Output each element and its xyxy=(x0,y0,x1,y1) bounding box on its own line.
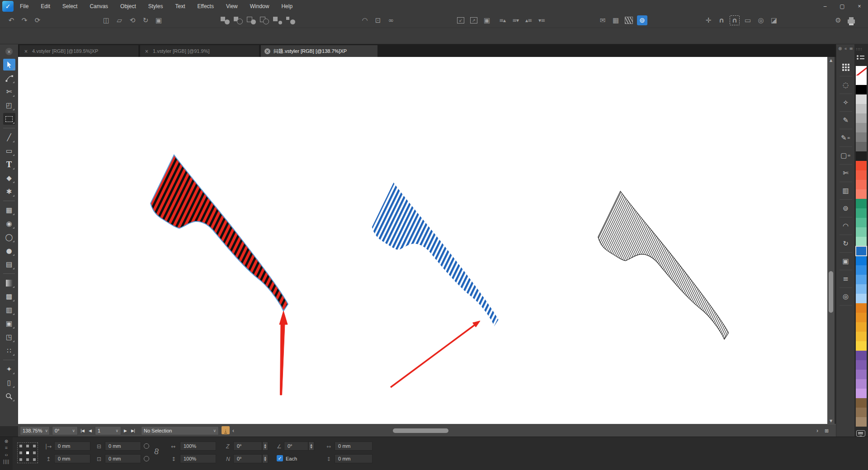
badge-icon[interactable]: ◌ xyxy=(840,80,851,90)
menu-object[interactable]: Object xyxy=(120,3,136,9)
paintbrush-icon[interactable]: ✎ xyxy=(840,115,851,125)
node-tool[interactable] xyxy=(3,72,15,84)
skew-y-input[interactable]: 0° xyxy=(233,454,262,463)
color-swatch[interactable] xyxy=(856,94,867,104)
rotation-center-icon[interactable]: ◎ xyxy=(756,15,766,25)
panel-close-icon[interactable]: × xyxy=(5,48,13,55)
minimize-button[interactable]: – xyxy=(816,0,834,13)
color-swatch[interactable] xyxy=(856,408,867,417)
close-button[interactable]: × xyxy=(851,0,868,13)
color-swatch[interactable] xyxy=(856,294,867,303)
shape-builder-tool[interactable]: ◆ xyxy=(3,172,15,184)
tab-close-icon[interactable]: × xyxy=(23,48,29,54)
magnet-area-icon[interactable]: ∩ xyxy=(730,15,740,25)
spray-tool[interactable]: ∷ xyxy=(3,345,15,357)
color-swatch[interactable] xyxy=(856,199,867,208)
skew-x-input[interactable]: 0° xyxy=(233,442,262,451)
shape-edit-icon[interactable]: ◪ xyxy=(769,15,779,25)
settings-icon[interactable]: ⚙ xyxy=(833,15,843,25)
document-tab-2[interactable]: ×1.vstyler [RGB] [@91.9%] xyxy=(140,45,259,57)
last-page-button[interactable]: ▶| xyxy=(131,426,135,435)
ellipse-tool[interactable]: ◯ xyxy=(3,231,15,243)
color-swatch[interactable] xyxy=(856,189,867,199)
subtract-icon[interactable] xyxy=(233,15,243,25)
twirl-tool[interactable]: ✱ xyxy=(3,186,15,197)
redo-icon[interactable]: ↷ xyxy=(19,15,29,25)
transform-close-icon[interactable]: ⊗ xyxy=(5,439,8,444)
color-swatch[interactable] xyxy=(856,303,867,313)
menu-help[interactable]: Help xyxy=(281,3,292,9)
color-swatch[interactable] xyxy=(856,389,867,398)
shape-combine-tool[interactable]: ◳ xyxy=(3,331,15,343)
undo-icon[interactable]: ↶ xyxy=(6,15,16,25)
color-swatch[interactable] xyxy=(856,360,867,370)
transform-tool[interactable]: ◰ xyxy=(3,99,15,111)
swatch-list-icon[interactable] xyxy=(857,55,864,61)
color-swatch[interactable] xyxy=(856,142,867,151)
bring-front-icon[interactable]: ≡▴ xyxy=(497,15,507,25)
eyedropper-tool[interactable]: ✦ xyxy=(3,363,15,375)
arc-icon[interactable]: ◠ xyxy=(360,15,370,25)
blob-tool[interactable]: ● xyxy=(3,245,15,257)
skew-y-stepper[interactable]: ▲▼ xyxy=(262,454,268,463)
color-swatch[interactable] xyxy=(856,275,867,284)
link-circle-icon[interactable]: ∞ xyxy=(386,15,396,25)
color-swatch[interactable] xyxy=(856,256,867,265)
dock-close-icon[interactable]: ⊗ xyxy=(838,46,842,51)
mesh-distort-tool[interactable]: ▩ xyxy=(3,291,15,302)
anchor-point-selector[interactable] xyxy=(17,442,38,463)
magic-wand-icon[interactable]: ✧ xyxy=(840,98,851,108)
color-swatch[interactable] xyxy=(856,161,867,170)
send-back-icon[interactable]: ≡▾ xyxy=(510,15,520,25)
concentric-icon[interactable]: ◎ xyxy=(840,291,851,301)
marquee-tool[interactable] xyxy=(3,113,15,125)
menu-edit[interactable]: Edit xyxy=(41,3,50,9)
mesh-pen-tool[interactable]: ▦ xyxy=(3,204,15,216)
magnet-icon[interactable]: ∩ xyxy=(717,15,726,25)
link-dimensions-icon[interactable]: 8 xyxy=(153,446,160,456)
expand-right-icon[interactable]: › xyxy=(816,426,818,435)
flip-icon[interactable]: ◫ xyxy=(101,15,111,25)
repeat-icon[interactable]: ↻ xyxy=(840,239,851,249)
gradient-tool[interactable] xyxy=(3,277,15,289)
move-y-input[interactable]: 0 mm xyxy=(335,454,373,463)
proportional-toggle[interactable] xyxy=(144,443,149,449)
exclude-icon[interactable] xyxy=(272,15,282,25)
fit-view-icon[interactable]: ⊞ xyxy=(825,426,829,435)
swatch-drag-handle[interactable]: ∷∷ xyxy=(856,47,862,52)
menu-text[interactable]: Text xyxy=(175,3,185,9)
tab-close-icon[interactable]: × xyxy=(144,48,150,54)
color-swatch[interactable] xyxy=(856,123,867,132)
collapse-left-icon[interactable]: ‹ xyxy=(232,426,234,435)
bezier-arc-icon[interactable]: ◠ xyxy=(840,221,851,231)
panel-icon[interactable]: ▥ xyxy=(840,186,851,196)
edit-outside-icon[interactable]: ↗ xyxy=(469,15,479,25)
color-swatch[interactable] xyxy=(856,370,867,379)
transform-grip-icon[interactable]: |||| xyxy=(3,459,9,464)
line-tool[interactable]: ╱ xyxy=(3,132,15,143)
lines-icon[interactable]: ≡ xyxy=(840,274,851,284)
frame-icon[interactable]: ▭ xyxy=(743,15,753,25)
scale-box-icon[interactable]: ⊡ xyxy=(373,15,383,25)
union-icon[interactable] xyxy=(220,15,230,25)
color-swatch[interactable] xyxy=(856,379,867,389)
color-swatch[interactable] xyxy=(856,227,867,237)
select-tool[interactable] xyxy=(3,59,15,70)
horizontal-scroll-thumb[interactable] xyxy=(393,428,448,433)
height-input[interactable]: 0 mm xyxy=(105,454,141,463)
document-tab-3[interactable]: ×问题.vstyler [RGB] [@138.7%]XP xyxy=(261,45,377,57)
menu-effects[interactable]: Effects xyxy=(197,3,213,9)
color-swatch[interactable] xyxy=(856,284,867,294)
rotate-stepper[interactable]: ▲▼ xyxy=(308,442,314,451)
vertical-scroll-thumb[interactable] xyxy=(829,271,833,313)
document-tab-1[interactable]: ×4.vstyler [RGB] [@189.5%]XP xyxy=(19,45,138,57)
print-icon[interactable] xyxy=(846,15,856,25)
hatch-icon[interactable] xyxy=(624,15,634,25)
pattern-tool[interactable]: ▥ xyxy=(3,304,15,316)
x-position-input[interactable]: 0 mm xyxy=(54,442,90,451)
transform-code-icon[interactable]: ‹› xyxy=(5,452,8,457)
color-swatch[interactable] xyxy=(856,218,867,227)
color-swatch[interactable] xyxy=(856,132,867,142)
color-swatch[interactable] xyxy=(856,151,867,161)
edit-inside-icon[interactable]: ↙ xyxy=(456,15,466,25)
